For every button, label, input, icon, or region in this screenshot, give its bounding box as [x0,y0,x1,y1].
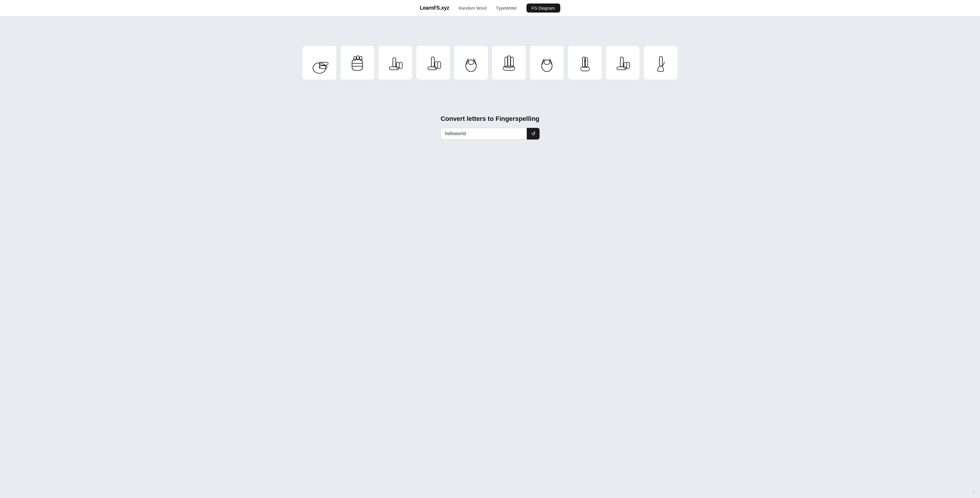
svg-rect-31 [581,67,589,71]
sign-card-l1 [378,46,412,80]
svg-rect-35 [627,62,630,69]
nav-typewriter[interactable]: TypeWriter [496,6,517,11]
sign-card-r [568,46,602,80]
sign-card-l2 [416,46,450,80]
navbar: LearnFS.xyz Random Word TypeWriter FS Di… [0,0,980,16]
main-content: Convert letters to Fingerspelling ↺ [0,16,980,139]
converter-section: Convert letters to Fingerspelling ↺ [441,115,539,139]
svg-point-20 [466,60,476,72]
corner-info: i [974,490,975,494]
svg-rect-15 [431,57,434,67]
svg-rect-32 [620,57,623,67]
sign-card-e [340,46,374,80]
svg-rect-18 [438,62,441,69]
svg-point-27 [544,60,550,64]
signs-row [302,46,678,80]
svg-rect-13 [399,62,402,69]
svg-rect-24 [511,57,513,66]
svg-rect-22 [505,57,508,66]
svg-point-26 [542,60,552,72]
refresh-icon: ↺ [531,131,536,137]
sign-card-h [302,46,337,80]
sign-card-l3 [606,46,640,80]
svg-rect-4 [352,59,363,70]
converter-input[interactable] [441,128,527,139]
converter-refresh-button[interactable]: ↺ [527,128,539,139]
svg-rect-37 [659,56,662,66]
sign-card-o2 [530,46,564,80]
nav-logo[interactable]: LearnFS.xyz [420,5,449,11]
nav-random-word[interactable]: Random Word [458,6,487,11]
sign-card-o [454,46,488,80]
nav-fs-diagram[interactable]: FS Diagram [527,3,560,13]
svg-rect-10 [393,57,396,67]
sign-card-w [492,46,526,80]
svg-rect-7 [354,56,356,61]
svg-rect-23 [508,56,511,66]
converter-input-row: ↺ [441,128,539,139]
converter-title: Convert letters to Fingerspelling [441,115,539,123]
svg-point-21 [468,60,474,64]
sign-card-d [643,46,678,80]
